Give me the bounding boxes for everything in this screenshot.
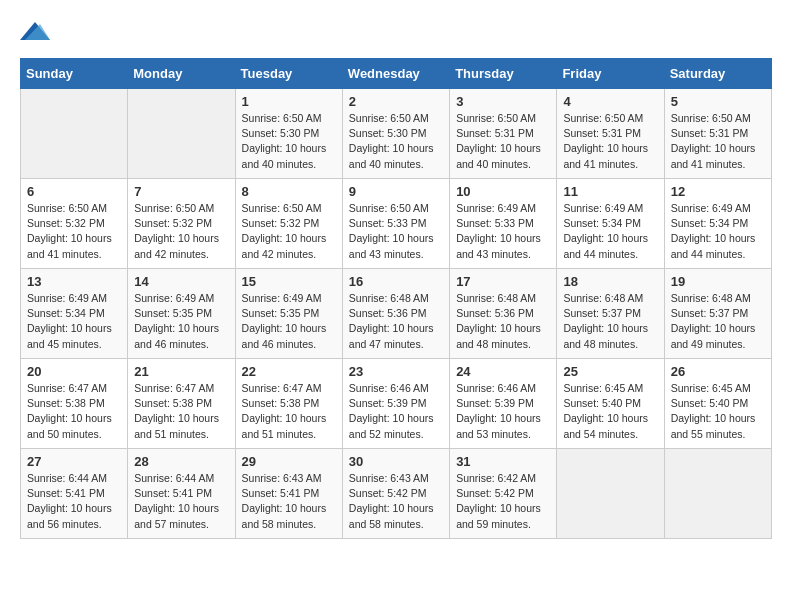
day-number: 11 bbox=[563, 184, 657, 199]
day-info: Sunrise: 6:44 AMSunset: 5:41 PMDaylight:… bbox=[134, 471, 228, 532]
day-info: Sunrise: 6:48 AMSunset: 5:37 PMDaylight:… bbox=[563, 291, 657, 352]
day-info: Sunrise: 6:49 AMSunset: 5:34 PMDaylight:… bbox=[27, 291, 121, 352]
day-info: Sunrise: 6:48 AMSunset: 5:37 PMDaylight:… bbox=[671, 291, 765, 352]
day-number: 21 bbox=[134, 364, 228, 379]
logo bbox=[20, 20, 52, 42]
weekday-header-monday: Monday bbox=[128, 59, 235, 89]
day-number: 14 bbox=[134, 274, 228, 289]
calendar-cell: 11Sunrise: 6:49 AMSunset: 5:34 PMDayligh… bbox=[557, 179, 664, 269]
calendar-cell: 23Sunrise: 6:46 AMSunset: 5:39 PMDayligh… bbox=[342, 359, 449, 449]
day-info: Sunrise: 6:50 AMSunset: 5:31 PMDaylight:… bbox=[563, 111, 657, 172]
day-number: 26 bbox=[671, 364, 765, 379]
day-info: Sunrise: 6:50 AMSunset: 5:32 PMDaylight:… bbox=[134, 201, 228, 262]
day-number: 24 bbox=[456, 364, 550, 379]
day-info: Sunrise: 6:50 AMSunset: 5:30 PMDaylight:… bbox=[242, 111, 336, 172]
day-number: 6 bbox=[27, 184, 121, 199]
day-number: 10 bbox=[456, 184, 550, 199]
day-number: 15 bbox=[242, 274, 336, 289]
day-info: Sunrise: 6:50 AMSunset: 5:30 PMDaylight:… bbox=[349, 111, 443, 172]
day-number: 9 bbox=[349, 184, 443, 199]
weekday-header-saturday: Saturday bbox=[664, 59, 771, 89]
day-number: 5 bbox=[671, 94, 765, 109]
day-number: 31 bbox=[456, 454, 550, 469]
calendar-cell: 27Sunrise: 6:44 AMSunset: 5:41 PMDayligh… bbox=[21, 449, 128, 539]
day-info: Sunrise: 6:43 AMSunset: 5:42 PMDaylight:… bbox=[349, 471, 443, 532]
day-info: Sunrise: 6:46 AMSunset: 5:39 PMDaylight:… bbox=[456, 381, 550, 442]
calendar-cell bbox=[21, 89, 128, 179]
day-number: 25 bbox=[563, 364, 657, 379]
day-number: 20 bbox=[27, 364, 121, 379]
day-info: Sunrise: 6:47 AMSunset: 5:38 PMDaylight:… bbox=[134, 381, 228, 442]
calendar-cell: 31Sunrise: 6:42 AMSunset: 5:42 PMDayligh… bbox=[450, 449, 557, 539]
day-info: Sunrise: 6:45 AMSunset: 5:40 PMDaylight:… bbox=[563, 381, 657, 442]
day-info: Sunrise: 6:50 AMSunset: 5:32 PMDaylight:… bbox=[27, 201, 121, 262]
calendar-cell: 13Sunrise: 6:49 AMSunset: 5:34 PMDayligh… bbox=[21, 269, 128, 359]
calendar-cell: 7Sunrise: 6:50 AMSunset: 5:32 PMDaylight… bbox=[128, 179, 235, 269]
calendar-week-3: 13Sunrise: 6:49 AMSunset: 5:34 PMDayligh… bbox=[21, 269, 772, 359]
calendar-cell: 6Sunrise: 6:50 AMSunset: 5:32 PMDaylight… bbox=[21, 179, 128, 269]
day-number: 27 bbox=[27, 454, 121, 469]
day-info: Sunrise: 6:49 AMSunset: 5:35 PMDaylight:… bbox=[134, 291, 228, 352]
calendar-cell: 25Sunrise: 6:45 AMSunset: 5:40 PMDayligh… bbox=[557, 359, 664, 449]
calendar-cell bbox=[664, 449, 771, 539]
calendar-week-2: 6Sunrise: 6:50 AMSunset: 5:32 PMDaylight… bbox=[21, 179, 772, 269]
day-number: 28 bbox=[134, 454, 228, 469]
day-info: Sunrise: 6:48 AMSunset: 5:36 PMDaylight:… bbox=[349, 291, 443, 352]
calendar-cell: 29Sunrise: 6:43 AMSunset: 5:41 PMDayligh… bbox=[235, 449, 342, 539]
logo-icon bbox=[20, 20, 48, 42]
day-info: Sunrise: 6:50 AMSunset: 5:32 PMDaylight:… bbox=[242, 201, 336, 262]
calendar-cell: 8Sunrise: 6:50 AMSunset: 5:32 PMDaylight… bbox=[235, 179, 342, 269]
day-info: Sunrise: 6:49 AMSunset: 5:34 PMDaylight:… bbox=[671, 201, 765, 262]
day-info: Sunrise: 6:49 AMSunset: 5:35 PMDaylight:… bbox=[242, 291, 336, 352]
calendar-cell: 17Sunrise: 6:48 AMSunset: 5:36 PMDayligh… bbox=[450, 269, 557, 359]
calendar-cell: 9Sunrise: 6:50 AMSunset: 5:33 PMDaylight… bbox=[342, 179, 449, 269]
day-number: 8 bbox=[242, 184, 336, 199]
calendar-week-5: 27Sunrise: 6:44 AMSunset: 5:41 PMDayligh… bbox=[21, 449, 772, 539]
weekday-header-friday: Friday bbox=[557, 59, 664, 89]
calendar-cell: 16Sunrise: 6:48 AMSunset: 5:36 PMDayligh… bbox=[342, 269, 449, 359]
day-info: Sunrise: 6:48 AMSunset: 5:36 PMDaylight:… bbox=[456, 291, 550, 352]
day-number: 1 bbox=[242, 94, 336, 109]
weekday-header-row: SundayMondayTuesdayWednesdayThursdayFrid… bbox=[21, 59, 772, 89]
day-number: 23 bbox=[349, 364, 443, 379]
day-info: Sunrise: 6:43 AMSunset: 5:41 PMDaylight:… bbox=[242, 471, 336, 532]
calendar-cell: 3Sunrise: 6:50 AMSunset: 5:31 PMDaylight… bbox=[450, 89, 557, 179]
calendar-cell: 22Sunrise: 6:47 AMSunset: 5:38 PMDayligh… bbox=[235, 359, 342, 449]
weekday-header-wednesday: Wednesday bbox=[342, 59, 449, 89]
calendar-cell: 10Sunrise: 6:49 AMSunset: 5:33 PMDayligh… bbox=[450, 179, 557, 269]
calendar-cell bbox=[128, 89, 235, 179]
day-info: Sunrise: 6:42 AMSunset: 5:42 PMDaylight:… bbox=[456, 471, 550, 532]
page-header bbox=[20, 20, 772, 42]
calendar-cell: 18Sunrise: 6:48 AMSunset: 5:37 PMDayligh… bbox=[557, 269, 664, 359]
weekday-header-tuesday: Tuesday bbox=[235, 59, 342, 89]
day-info: Sunrise: 6:44 AMSunset: 5:41 PMDaylight:… bbox=[27, 471, 121, 532]
calendar-cell: 19Sunrise: 6:48 AMSunset: 5:37 PMDayligh… bbox=[664, 269, 771, 359]
day-number: 16 bbox=[349, 274, 443, 289]
weekday-header-sunday: Sunday bbox=[21, 59, 128, 89]
day-number: 18 bbox=[563, 274, 657, 289]
day-info: Sunrise: 6:47 AMSunset: 5:38 PMDaylight:… bbox=[242, 381, 336, 442]
day-info: Sunrise: 6:50 AMSunset: 5:31 PMDaylight:… bbox=[456, 111, 550, 172]
calendar-cell: 30Sunrise: 6:43 AMSunset: 5:42 PMDayligh… bbox=[342, 449, 449, 539]
calendar-cell: 26Sunrise: 6:45 AMSunset: 5:40 PMDayligh… bbox=[664, 359, 771, 449]
calendar-cell: 12Sunrise: 6:49 AMSunset: 5:34 PMDayligh… bbox=[664, 179, 771, 269]
day-number: 22 bbox=[242, 364, 336, 379]
day-info: Sunrise: 6:45 AMSunset: 5:40 PMDaylight:… bbox=[671, 381, 765, 442]
day-info: Sunrise: 6:46 AMSunset: 5:39 PMDaylight:… bbox=[349, 381, 443, 442]
day-number: 30 bbox=[349, 454, 443, 469]
day-number: 12 bbox=[671, 184, 765, 199]
day-info: Sunrise: 6:49 AMSunset: 5:33 PMDaylight:… bbox=[456, 201, 550, 262]
day-number: 2 bbox=[349, 94, 443, 109]
day-info: Sunrise: 6:49 AMSunset: 5:34 PMDaylight:… bbox=[563, 201, 657, 262]
calendar-week-4: 20Sunrise: 6:47 AMSunset: 5:38 PMDayligh… bbox=[21, 359, 772, 449]
day-number: 3 bbox=[456, 94, 550, 109]
calendar-cell: 2Sunrise: 6:50 AMSunset: 5:30 PMDaylight… bbox=[342, 89, 449, 179]
day-info: Sunrise: 6:47 AMSunset: 5:38 PMDaylight:… bbox=[27, 381, 121, 442]
calendar-cell: 15Sunrise: 6:49 AMSunset: 5:35 PMDayligh… bbox=[235, 269, 342, 359]
day-number: 7 bbox=[134, 184, 228, 199]
day-info: Sunrise: 6:50 AMSunset: 5:33 PMDaylight:… bbox=[349, 201, 443, 262]
calendar-cell: 4Sunrise: 6:50 AMSunset: 5:31 PMDaylight… bbox=[557, 89, 664, 179]
day-info: Sunrise: 6:50 AMSunset: 5:31 PMDaylight:… bbox=[671, 111, 765, 172]
calendar-cell: 5Sunrise: 6:50 AMSunset: 5:31 PMDaylight… bbox=[664, 89, 771, 179]
calendar-cell: 14Sunrise: 6:49 AMSunset: 5:35 PMDayligh… bbox=[128, 269, 235, 359]
